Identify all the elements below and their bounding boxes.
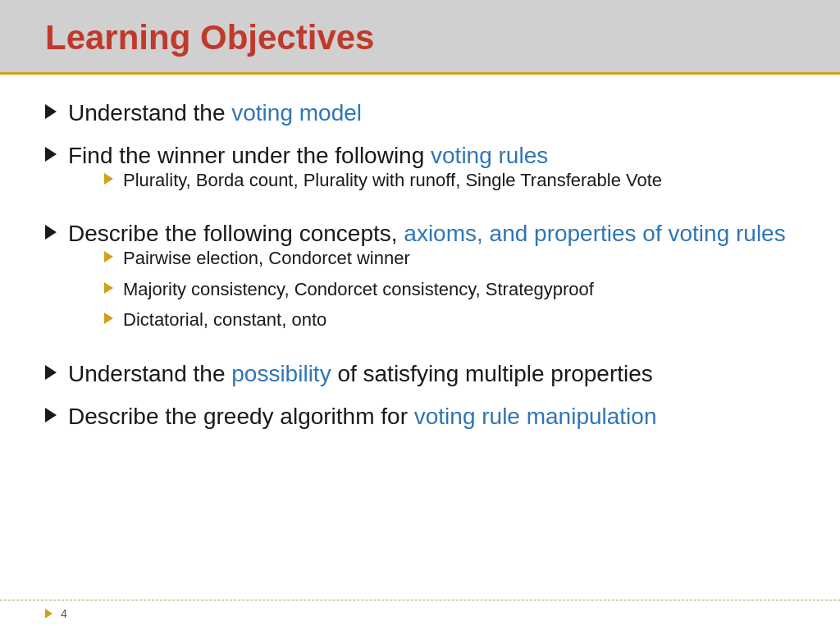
bullet-text-4: Understand the possibility of satisfying… bbox=[68, 358, 653, 390]
bullet-prefix-1: Understand the bbox=[68, 100, 231, 126]
bullet-highlight-1: voting model bbox=[231, 100, 362, 126]
sub-bullet-3b: Majority consistency, Condorcet consiste… bbox=[104, 277, 786, 302]
slide: Learning Objectives Understand the votin… bbox=[0, 0, 840, 630]
sub-arrow-2a bbox=[104, 173, 113, 185]
sub-text-3c: Dictatorial, constant, onto bbox=[123, 308, 326, 332]
sub-arrow-3b bbox=[104, 282, 113, 294]
bullet-prefix-3: Describe the following concepts, bbox=[68, 221, 404, 246]
bullet-arrow-3 bbox=[45, 225, 57, 240]
bullet-text-2: Find the winner under the following voti… bbox=[68, 140, 662, 171]
sub-text-2a: Plurality, Borda count, Plurality with r… bbox=[123, 168, 662, 193]
sub-bullets-2: Plurality, Borda count, Plurality with r… bbox=[104, 168, 662, 199]
bullet-item-2: Find the winner under the following voti… bbox=[45, 140, 795, 207]
bullet-item-5: Describe the greedy algorithm for voting… bbox=[45, 401, 795, 432]
sub-arrow-3c bbox=[104, 313, 113, 324]
bullet-item-3: Describe the following concepts, axioms,… bbox=[45, 218, 795, 347]
sub-text-3a: Pairwise election, Condorcet winner bbox=[123, 246, 410, 271]
bullet-suffix-4: of satisfying multiple properties bbox=[331, 361, 653, 386]
sub-bullet-3c: Dictatorial, constant, onto bbox=[104, 308, 786, 332]
bullet-text-1: Understand the voting model bbox=[68, 98, 362, 129]
slide-header: Learning Objectives bbox=[0, 0, 840, 75]
bullet-highlight-3: axioms, and properties of voting rules bbox=[404, 221, 785, 246]
bullet-text-5: Describe the greedy algorithm for voting… bbox=[68, 401, 657, 432]
bullet-item-1: Understand the voting model bbox=[45, 98, 795, 129]
bullet-item-4: Understand the possibility of satisfying… bbox=[45, 358, 795, 390]
bullet-highlight-4: possibility bbox=[231, 361, 331, 386]
bullet-highlight-2: voting rules bbox=[431, 143, 548, 168]
sub-arrow-3a bbox=[104, 251, 113, 262]
bullet-arrow-5 bbox=[45, 408, 57, 422]
slide-content: Understand the voting model Find the win… bbox=[0, 75, 840, 600]
bullet-prefix-5: Describe the greedy algorithm for bbox=[68, 404, 414, 429]
footer-arrow-icon bbox=[45, 609, 52, 619]
bullet-arrow-1 bbox=[45, 104, 57, 119]
sub-bullets-3: Pairwise election, Condorcet winner Majo… bbox=[104, 246, 786, 339]
bullet-prefix-4: Understand the bbox=[68, 361, 231, 386]
bullet-arrow-2 bbox=[45, 147, 57, 162]
sub-text-3b: Majority consistency, Condorcet consiste… bbox=[123, 277, 594, 302]
page-number: 4 bbox=[61, 607, 67, 620]
bullet-text-3: Describe the following concepts, axioms,… bbox=[68, 218, 786, 249]
slide-title: Learning Objectives bbox=[45, 18, 795, 57]
sub-bullet-2a: Plurality, Borda count, Plurality with r… bbox=[104, 168, 662, 193]
bullet-highlight-5: voting rule manipulation bbox=[414, 404, 657, 429]
sub-bullet-3a: Pairwise election, Condorcet winner bbox=[104, 246, 786, 271]
slide-footer: 4 bbox=[0, 600, 840, 630]
bullet-prefix-2: Find the winner under the following bbox=[68, 143, 431, 168]
bullet-arrow-4 bbox=[45, 365, 57, 380]
